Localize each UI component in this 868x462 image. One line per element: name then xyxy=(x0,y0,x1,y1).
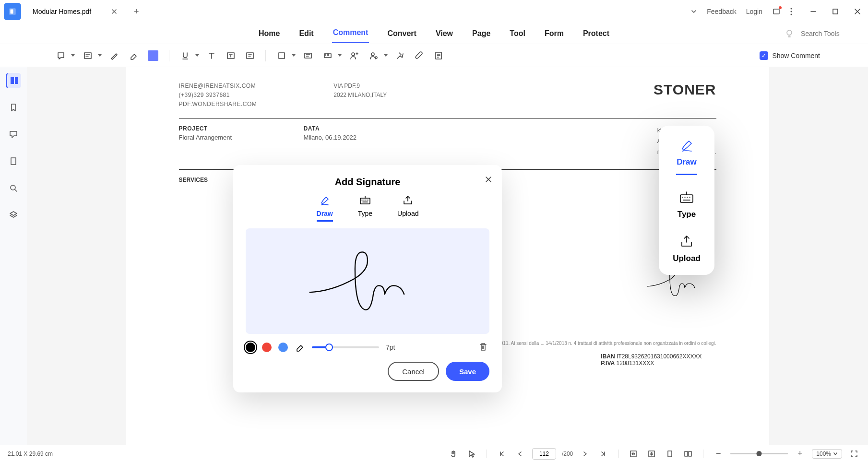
zoom-slider[interactable] xyxy=(730,453,788,454)
tab-title: Modular Homes.pdf xyxy=(33,8,91,15)
eraser-tool[interactable] xyxy=(126,48,141,63)
note-tool[interactable] xyxy=(53,48,76,63)
svg-rect-8 xyxy=(84,53,91,59)
last-page-icon[interactable] xyxy=(597,448,609,460)
single-page-icon[interactable] xyxy=(664,448,676,460)
piva: P.IVA 1208131XXXX xyxy=(601,360,702,367)
shape-tool[interactable] xyxy=(273,48,297,63)
highlight-tool[interactable] xyxy=(107,48,122,63)
text-comment-tool[interactable] xyxy=(80,48,103,63)
menu-page[interactable]: Page xyxy=(471,24,491,43)
measure-tool[interactable] xyxy=(320,48,343,63)
prev-page-icon[interactable] xyxy=(514,448,526,460)
project-value: Floral Arrangement xyxy=(179,134,261,141)
menu-protect[interactable]: Protect xyxy=(582,24,610,43)
contact-web: PDF.WONDERSHARE.COM xyxy=(179,100,257,109)
text-box-tool[interactable] xyxy=(223,48,238,63)
add-contact-tool[interactable] xyxy=(346,48,362,63)
zoom-out-icon[interactable]: − xyxy=(712,448,725,460)
panel-draw[interactable]: Draw xyxy=(676,137,697,175)
fullscreen-icon[interactable] xyxy=(848,448,860,460)
chevron-down-icon[interactable] xyxy=(690,8,697,15)
tab-type[interactable]: Type xyxy=(358,194,372,222)
save-button[interactable]: Save xyxy=(446,362,489,381)
zoom-percent[interactable]: 100% xyxy=(812,449,842,459)
signature-tool[interactable] xyxy=(392,48,408,63)
document-tab[interactable]: Modular Homes.pdf xyxy=(25,3,126,20)
show-comment-toggle[interactable]: ✓ Show Comment xyxy=(760,51,820,60)
search-tools-input[interactable] xyxy=(801,30,858,37)
document-viewport[interactable]: IRENE@IRENEATSIX.COM (+39)329 3937681 PD… xyxy=(27,67,868,445)
eraser-icon[interactable] xyxy=(295,342,305,353)
show-comment-label: Show Comment xyxy=(772,52,820,59)
fit-page-icon[interactable] xyxy=(645,448,658,460)
note-list-tool[interactable] xyxy=(431,48,446,63)
menu-view[interactable]: View xyxy=(435,24,454,43)
text-tool[interactable] xyxy=(204,48,219,63)
left-sidebar xyxy=(0,67,27,445)
delete-signature-icon[interactable] xyxy=(478,342,489,353)
svg-rect-28 xyxy=(680,195,693,202)
svg-rect-13 xyxy=(324,54,331,58)
close-tab-icon[interactable] xyxy=(110,8,118,15)
maximize-window-icon[interactable] xyxy=(829,5,842,18)
svg-rect-27 xyxy=(689,451,691,456)
two-page-icon[interactable] xyxy=(682,448,694,460)
menu-form[interactable]: Form xyxy=(544,24,565,43)
thumbnails-icon[interactable] xyxy=(6,73,21,88)
menu-tool[interactable]: Tool xyxy=(509,24,526,43)
layers-icon[interactable] xyxy=(6,207,21,223)
menu-comment[interactable]: Comment xyxy=(332,24,369,43)
menu-home[interactable]: Home xyxy=(258,24,281,43)
app-logo[interactable] xyxy=(4,3,21,20)
color-swatch[interactable] xyxy=(148,50,158,61)
stamp-tool[interactable] xyxy=(300,48,316,63)
new-tab-button[interactable]: + xyxy=(130,5,143,18)
panel-type[interactable]: Type xyxy=(678,190,696,219)
menu-convert[interactable]: Convert xyxy=(386,24,417,43)
svg-rect-11 xyxy=(279,53,285,59)
callout-tool[interactable] xyxy=(242,48,258,63)
search-panel-icon[interactable] xyxy=(6,180,21,196)
svg-point-15 xyxy=(371,53,374,56)
minimize-window-icon[interactable] xyxy=(807,5,820,18)
contact-email: IRENE@IRENEATSIX.COM xyxy=(179,82,257,91)
color-blue[interactable] xyxy=(278,343,288,352)
select-tool-icon[interactable] xyxy=(465,448,478,460)
close-window-icon[interactable] xyxy=(851,5,864,18)
svg-rect-6 xyxy=(833,9,838,14)
panel-upload[interactable]: Upload xyxy=(673,234,701,263)
svg-point-5 xyxy=(791,14,792,15)
stroke-width-slider[interactable] xyxy=(312,346,379,348)
color-black[interactable] xyxy=(246,343,255,352)
signature-method-panel: Draw Type Upload xyxy=(659,126,714,275)
attachments-icon[interactable] xyxy=(6,154,21,169)
tab-draw[interactable]: Draw xyxy=(317,194,333,222)
comments-panel-icon[interactable] xyxy=(6,127,21,142)
fit-width-icon[interactable] xyxy=(627,448,640,460)
zoom-in-icon[interactable]: + xyxy=(794,448,806,460)
page-number-input[interactable] xyxy=(532,448,556,460)
brand-logo: STONER xyxy=(654,82,716,98)
page-dimensions: 21.01 X 29.69 cm xyxy=(8,450,53,457)
next-page-icon[interactable] xyxy=(579,448,591,460)
notification-icon[interactable] xyxy=(772,7,781,16)
color-red[interactable] xyxy=(262,343,272,352)
bookmarks-icon[interactable] xyxy=(6,100,21,115)
underline-tool[interactable] xyxy=(177,48,200,63)
first-page-icon[interactable] xyxy=(496,448,508,460)
signature-canvas[interactable] xyxy=(246,228,489,334)
feedback-link[interactable]: Feedback xyxy=(707,8,736,15)
close-dialog-icon[interactable] xyxy=(485,176,492,186)
cancel-button[interactable]: Cancel xyxy=(388,362,439,381)
address-line2: 2022 MILANO,ITALY xyxy=(333,91,387,100)
contact-phone: (+39)329 3937681 xyxy=(179,91,257,100)
more-menu-icon[interactable] xyxy=(790,8,792,15)
tab-upload[interactable]: Upload xyxy=(397,194,418,222)
login-link[interactable]: Login xyxy=(746,8,762,15)
hand-tool-icon[interactable] xyxy=(447,448,460,460)
menu-edit[interactable]: Edit xyxy=(298,24,314,43)
attachment-tool[interactable] xyxy=(412,48,427,63)
add-contact-dropdown[interactable] xyxy=(366,48,389,63)
upload-icon xyxy=(402,194,414,207)
